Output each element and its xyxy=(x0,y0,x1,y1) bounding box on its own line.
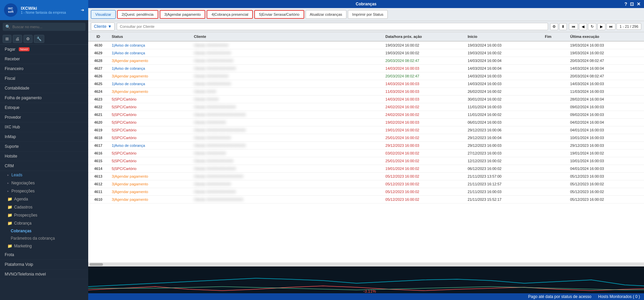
sidebar-search-box[interactable]: 🔍 xyxy=(3,23,86,31)
cell-inicio: 11/01/2024 16:00:02 xyxy=(464,111,541,119)
table-row[interactable]: 4629 1|Aviso de cobrança Cliente XXXXXXX… xyxy=(88,49,644,57)
cell-status: 3|Agendar pagamento xyxy=(108,188,191,196)
sidebar-folder-cadastros[interactable]: 📁 Cadastros xyxy=(0,203,88,211)
help-icon[interactable]: ? xyxy=(624,1,627,7)
btn-imprimir[interactable]: Imprimir por Status xyxy=(348,10,388,19)
app-logo: IXCsoft xyxy=(4,3,17,17)
sidebar-item-negociacoes[interactable]: ▸ Negociações xyxy=(0,179,88,187)
cell-ultima: 19/03/2024 16:00:03 xyxy=(567,41,644,49)
pagination-first-btn[interactable]: ⏮ xyxy=(569,23,578,30)
table-row[interactable]: 4625 1|Aviso de cobrança Cliente XXXXXXX… xyxy=(88,80,644,88)
cell-id: 4613 xyxy=(88,173,108,180)
cell-cliente: Cliente XXXXXXXXXXXXXXXX xyxy=(191,126,382,134)
table-row[interactable]: 4611 3|Agendar pagamento Cliente XXXXXXX… xyxy=(88,188,644,196)
cell-prox-acao: 19/01/2024 16:00:02 xyxy=(382,165,464,173)
table-row[interactable]: 4615 5|SPC/Cartório Cliente XXXXXXXXXXX … xyxy=(88,157,644,165)
sidebar-item-folha[interactable]: Folha de pagamento xyxy=(0,93,88,103)
sidebar-item-cobrancas[interactable]: Cobranças xyxy=(0,227,88,235)
sidebar-item-inmap[interactable]: InMap xyxy=(0,132,88,142)
cell-prox-acao: 14/03/2024 16:00:03 xyxy=(382,65,464,72)
cell-inicio: 27/12/2023 16:00:03 xyxy=(464,149,541,157)
table-row[interactable]: 4621 5|SPC/Cartório Cliente XXXXXXXXXXXX… xyxy=(88,111,644,119)
sidebar-item-suporte[interactable]: Suporte xyxy=(0,142,88,152)
title-bar-actions: ? ⊡ ✕ xyxy=(624,1,641,7)
table-row[interactable]: 4617 1|Aviso de cobrança Cliente XXXXXXX… xyxy=(88,142,644,149)
client-search-input[interactable] xyxy=(117,23,548,30)
btn-atualizar[interactable]: Atualizar cobranças xyxy=(306,10,347,19)
sidebar-item-hotsite[interactable]: Hotsite xyxy=(0,152,88,161)
table-row[interactable]: 4619 5|SPC/Cartório Cliente XXXXXXXXXXXX… xyxy=(88,126,644,134)
pagination-next-btn[interactable]: ▶ xyxy=(597,23,605,30)
sidebar-folder-agenda[interactable]: 📁 Agenda xyxy=(0,195,88,203)
sidebar-folder-marketing[interactable]: 📁 Marketing xyxy=(0,242,88,250)
table-row[interactable]: 4624 3|Agendar pagamento Cliente XXXX 11… xyxy=(88,88,644,96)
tab-visualizar[interactable]: Visualizar xyxy=(91,10,116,19)
sidebar-item-pagar[interactable]: Pagar Novo! xyxy=(0,45,88,54)
table-row[interactable]: 4616 5|SPC/Cartório Cliente XXXXXXXX 03/… xyxy=(88,149,644,157)
sidebar-item-contabilidade[interactable]: Contabilidade xyxy=(0,83,88,93)
table-row[interactable]: 4622 5|SPC/Cartório Cliente XXXXXXXXXXXX… xyxy=(88,103,644,111)
sidebar-item-estoque[interactable]: Estoque xyxy=(0,103,88,113)
client-filter-dropdown[interactable]: Cliente ▼ xyxy=(91,22,115,31)
table-row[interactable]: 4627 1|Aviso de cobrança Cliente XXXXXXX… xyxy=(88,65,644,72)
table-row[interactable]: 4626 3|Agendar pagamento Cliente XXXXXXX… xyxy=(88,72,644,80)
table-row[interactable]: 4613 3|Agendar pagamento Cliente XXXXXXX… xyxy=(88,173,644,180)
menu-label: CRM xyxy=(5,164,14,168)
toolbar-settings-btn[interactable]: ⚙ xyxy=(23,35,33,43)
table-row[interactable]: 4623 5|SPC/Cartório Cliente XXXXX 14/03/… xyxy=(88,96,644,103)
cell-cliente: Cliente XXXXXXXX xyxy=(191,149,382,157)
cell-inicio: 29/12/2023 16:00:03 xyxy=(464,142,541,149)
sidebar-item-fiscal[interactable]: Fiscal xyxy=(0,74,88,83)
sidebar-item-plataforma-voip[interactable]: Plataforma Voip xyxy=(0,260,88,269)
tab-cobranca-presencial[interactable]: 4|Cobrança presencial xyxy=(207,10,253,19)
h-scroll-thumb[interactable] xyxy=(90,263,103,266)
cell-status: 5|SPC/Cartório xyxy=(108,134,191,142)
toolbar-wrench-btn[interactable]: 🔧 xyxy=(34,35,44,43)
table-row[interactable]: 4612 3|Agendar pagamento Cliente XXXXXXX… xyxy=(88,180,644,188)
sidebar-item-receber[interactable]: Receber xyxy=(0,54,88,64)
table-row[interactable]: 4618 5|SPC/Cartório Cliente XXXXXXXXXX 2… xyxy=(88,134,644,142)
filter-download-btn[interactable]: ⬇ xyxy=(559,23,567,30)
sidebar-item-ixchub[interactable]: IXC Hub xyxy=(0,122,88,132)
pagination-last-btn[interactable]: ⏭ xyxy=(606,23,615,30)
sidebar-item-prospeccoes[interactable]: ▸ Prospecções xyxy=(0,187,88,195)
table-row[interactable]: 4614 5|SPC/Cartório Cliente XXXXXXXXXXXX… xyxy=(88,165,644,173)
search-input[interactable] xyxy=(12,25,83,29)
table-row[interactable]: 4620 5|SPC/Cartório Cliente XXXXXXXX 19/… xyxy=(88,119,644,126)
cell-inicio: 21/11/2023 16:00:03 xyxy=(464,188,541,196)
cell-id: 4617 xyxy=(88,142,108,149)
sidebar-folder-prospeccoes[interactable]: 📁 Prospecções xyxy=(0,211,88,219)
filter-config-btn[interactable]: ⚙ xyxy=(550,23,558,30)
nav-forward-icon[interactable]: ➔ xyxy=(81,8,84,12)
sidebar-item-financeiro[interactable]: Financeiro xyxy=(0,64,88,74)
tab-agendar-pagamento[interactable]: 3|Agendar pagamento xyxy=(160,10,206,19)
cell-prox-acao: 05/12/2023 16:00:02 xyxy=(382,180,464,188)
sidebar-item-mvno[interactable]: MVNO/Telefonia móvel xyxy=(0,269,88,279)
tab-enviar-serasa[interactable]: 5|Enviar Serasa/Cartório xyxy=(254,10,304,19)
menu-label: MVNO/Telefonia móvel xyxy=(5,272,46,277)
table-row[interactable]: 4630 1|Aviso de cobrança Cliente XXXXXXX… xyxy=(88,41,644,49)
close-icon[interactable]: ✕ xyxy=(637,1,641,7)
sidebar-item-crm[interactable]: CRM xyxy=(0,161,88,171)
cell-id: 4623 xyxy=(88,96,108,103)
table-row[interactable]: 4610 3|Agendar pagamento Cliente XXXXXXX… xyxy=(88,196,644,203)
sidebar-item-leads[interactable]: ▸ Leads xyxy=(0,171,88,179)
tab-quest-pendencia[interactable]: 2|Quest. pendência xyxy=(117,10,158,19)
cell-fim xyxy=(541,49,567,57)
table-row[interactable]: 4628 3|Agendar pagamento Cliente XXXXXXX… xyxy=(88,57,644,65)
pagination-prev-btn[interactable]: ◀ xyxy=(579,23,587,30)
cell-prox-acao: 19/03/2024 16:00:02 xyxy=(382,41,464,49)
cell-status: 1|Aviso de cobrança xyxy=(108,41,191,49)
toolbar-grid-btn[interactable]: ⊞ xyxy=(3,35,11,43)
restore-icon[interactable]: ⊡ xyxy=(630,1,634,7)
toolbar-print-btn[interactable]: 🖨 xyxy=(13,35,22,43)
cell-prox-acao: 25/01/2024 16:00:02 xyxy=(382,134,464,142)
sidebar-item-provedor[interactable]: Provedor xyxy=(0,113,88,122)
pagination-refresh-btn[interactable]: ↻ xyxy=(588,23,596,30)
cell-ultima: 05/12/2023 16:00:02 xyxy=(567,180,644,188)
sidebar-item-cobranca[interactable]: 📁 Cobrança xyxy=(0,219,88,227)
cell-fim xyxy=(541,96,567,103)
sidebar-item-parametros[interactable]: Parâmetros da cobrança xyxy=(0,235,88,242)
horizontal-scrollbar[interactable] xyxy=(88,262,644,266)
sidebar-item-frota[interactable]: Frota xyxy=(0,250,88,260)
